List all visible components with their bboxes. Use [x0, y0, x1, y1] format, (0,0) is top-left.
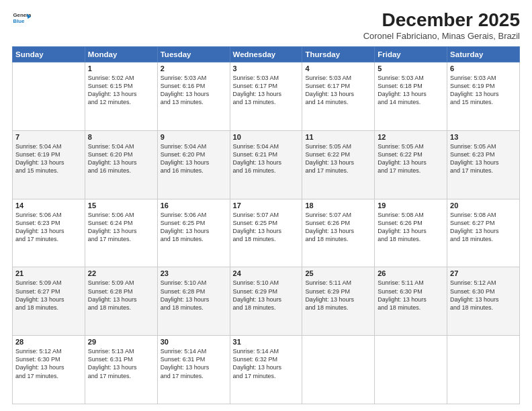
day-number: 13: [450, 133, 517, 141]
day-cell: 9Sunrise: 5:04 AM Sunset: 6:20 PM Daylig…: [157, 130, 230, 199]
day-cell: 29Sunrise: 5:13 AM Sunset: 6:31 PM Dayli…: [85, 336, 157, 404]
day-info: Sunrise: 5:07 AM Sunset: 6:25 PM Dayligh…: [233, 211, 300, 244]
day-cell: 14Sunrise: 5:06 AM Sunset: 6:23 PM Dayli…: [13, 199, 85, 267]
day-number: 19: [378, 201, 444, 210]
day-cell: 24Sunrise: 5:10 AM Sunset: 6:29 PM Dayli…: [230, 267, 302, 336]
day-info: Sunrise: 5:02 AM Sunset: 6:15 PM Dayligh…: [88, 74, 154, 107]
day-cell: 1Sunrise: 5:02 AM Sunset: 6:15 PM Daylig…: [85, 62, 157, 131]
day-info: Sunrise: 5:14 AM Sunset: 6:32 PM Dayligh…: [233, 347, 300, 380]
day-cell: 5Sunrise: 5:03 AM Sunset: 6:18 PM Daylig…: [375, 62, 447, 131]
header: General Blue December 2025 Coronel Fabri…: [12, 9, 520, 41]
day-cell: 10Sunrise: 5:04 AM Sunset: 6:21 PM Dayli…: [230, 130, 302, 199]
day-cell: 3Sunrise: 5:03 AM Sunset: 6:17 PM Daylig…: [230, 62, 302, 131]
day-info: Sunrise: 5:03 AM Sunset: 6:16 PM Dayligh…: [161, 74, 227, 107]
day-info: Sunrise: 5:13 AM Sunset: 6:31 PM Dayligh…: [88, 347, 154, 380]
day-number: 20: [450, 201, 517, 210]
day-info: Sunrise: 5:03 AM Sunset: 6:18 PM Dayligh…: [378, 74, 444, 107]
day-number: 26: [378, 269, 444, 277]
day-number: 14: [15, 201, 82, 210]
day-cell: 27Sunrise: 5:12 AM Sunset: 6:30 PM Dayli…: [447, 267, 520, 336]
day-cell: 6Sunrise: 5:03 AM Sunset: 6:19 PM Daylig…: [447, 62, 520, 131]
day-number: 25: [305, 269, 371, 277]
day-info: Sunrise: 5:05 AM Sunset: 6:23 PM Dayligh…: [450, 142, 517, 175]
day-number: 23: [161, 269, 227, 277]
month-title: December 2025: [363, 9, 520, 31]
day-info: Sunrise: 5:04 AM Sunset: 6:19 PM Dayligh…: [15, 142, 82, 175]
page: General Blue December 2025 Coronel Fabri…: [0, 0, 532, 411]
col-header-friday: Friday: [375, 47, 447, 62]
day-cell: 21Sunrise: 5:09 AM Sunset: 6:27 PM Dayli…: [13, 267, 85, 336]
day-number: 17: [233, 201, 300, 210]
day-info: Sunrise: 5:08 AM Sunset: 6:27 PM Dayligh…: [450, 211, 517, 244]
week-row-4: 21Sunrise: 5:09 AM Sunset: 6:27 PM Dayli…: [13, 267, 520, 336]
day-cell: [375, 336, 447, 404]
day-info: Sunrise: 5:08 AM Sunset: 6:26 PM Dayligh…: [378, 211, 444, 244]
week-row-5: 28Sunrise: 5:12 AM Sunset: 6:30 PM Dayli…: [13, 336, 520, 404]
col-header-monday: Monday: [85, 47, 157, 62]
day-number: 16: [161, 201, 227, 210]
day-number: 22: [88, 269, 154, 277]
week-row-3: 14Sunrise: 5:06 AM Sunset: 6:23 PM Dayli…: [13, 199, 520, 267]
day-cell: 25Sunrise: 5:11 AM Sunset: 6:29 PM Dayli…: [302, 267, 375, 336]
col-header-saturday: Saturday: [447, 47, 520, 62]
day-info: Sunrise: 5:04 AM Sunset: 6:20 PM Dayligh…: [88, 142, 154, 175]
title-block: December 2025 Coronel Fabriciano, Minas …: [363, 9, 520, 41]
day-info: Sunrise: 5:14 AM Sunset: 6:31 PM Dayligh…: [161, 347, 227, 380]
day-number: 9: [161, 133, 227, 141]
day-info: Sunrise: 5:11 AM Sunset: 6:29 PM Dayligh…: [305, 279, 371, 312]
day-info: Sunrise: 5:03 AM Sunset: 6:17 PM Dayligh…: [305, 74, 371, 107]
logo-icon: General Blue: [12, 9, 31, 28]
day-cell: [13, 62, 85, 131]
day-cell: [447, 336, 520, 404]
day-number: 28: [15, 338, 82, 346]
day-cell: 15Sunrise: 5:06 AM Sunset: 6:24 PM Dayli…: [85, 199, 157, 267]
day-number: 29: [88, 338, 154, 346]
day-cell: 26Sunrise: 5:11 AM Sunset: 6:30 PM Dayli…: [375, 267, 447, 336]
col-header-wednesday: Wednesday: [230, 47, 302, 62]
day-cell: 16Sunrise: 5:06 AM Sunset: 6:25 PM Dayli…: [157, 199, 230, 267]
day-number: 30: [161, 338, 227, 346]
day-info: Sunrise: 5:03 AM Sunset: 6:17 PM Dayligh…: [233, 74, 300, 107]
day-number: 2: [161, 64, 227, 73]
day-info: Sunrise: 5:04 AM Sunset: 6:21 PM Dayligh…: [233, 142, 300, 175]
day-number: 5: [378, 64, 444, 73]
day-cell: 12Sunrise: 5:05 AM Sunset: 6:22 PM Dayli…: [375, 130, 447, 199]
day-number: 8: [88, 133, 154, 141]
day-info: Sunrise: 5:10 AM Sunset: 6:28 PM Dayligh…: [161, 279, 227, 312]
svg-text:Blue: Blue: [13, 18, 26, 24]
day-number: 4: [305, 64, 371, 73]
day-number: 15: [88, 201, 154, 210]
day-info: Sunrise: 5:09 AM Sunset: 6:27 PM Dayligh…: [15, 279, 82, 312]
day-cell: 28Sunrise: 5:12 AM Sunset: 6:30 PM Dayli…: [13, 336, 85, 404]
day-info: Sunrise: 5:05 AM Sunset: 6:22 PM Dayligh…: [305, 142, 371, 175]
day-info: Sunrise: 5:04 AM Sunset: 6:20 PM Dayligh…: [161, 142, 227, 175]
day-number: 18: [305, 201, 371, 210]
day-cell: 19Sunrise: 5:08 AM Sunset: 6:26 PM Dayli…: [375, 199, 447, 267]
day-number: 27: [450, 269, 517, 277]
day-number: 31: [233, 338, 300, 346]
day-info: Sunrise: 5:09 AM Sunset: 6:28 PM Dayligh…: [88, 279, 154, 312]
col-header-tuesday: Tuesday: [157, 47, 230, 62]
day-number: 10: [233, 133, 300, 141]
day-info: Sunrise: 5:07 AM Sunset: 6:26 PM Dayligh…: [305, 211, 371, 244]
day-info: Sunrise: 5:06 AM Sunset: 6:23 PM Dayligh…: [15, 211, 82, 244]
day-cell: 8Sunrise: 5:04 AM Sunset: 6:20 PM Daylig…: [85, 130, 157, 199]
day-number: 21: [15, 269, 82, 277]
week-row-2: 7Sunrise: 5:04 AM Sunset: 6:19 PM Daylig…: [13, 130, 520, 199]
day-info: Sunrise: 5:10 AM Sunset: 6:29 PM Dayligh…: [233, 279, 300, 312]
day-info: Sunrise: 5:06 AM Sunset: 6:24 PM Dayligh…: [88, 211, 154, 244]
day-number: 24: [233, 269, 300, 277]
header-row: SundayMondayTuesdayWednesdayThursdayFrid…: [13, 47, 520, 62]
week-row-1: 1Sunrise: 5:02 AM Sunset: 6:15 PM Daylig…: [13, 62, 520, 131]
day-info: Sunrise: 5:06 AM Sunset: 6:25 PM Dayligh…: [161, 211, 227, 244]
day-info: Sunrise: 5:12 AM Sunset: 6:30 PM Dayligh…: [450, 279, 517, 312]
day-number: 3: [233, 64, 300, 73]
day-number: 7: [15, 133, 82, 141]
day-info: Sunrise: 5:03 AM Sunset: 6:19 PM Dayligh…: [450, 74, 517, 107]
day-cell: 4Sunrise: 5:03 AM Sunset: 6:17 PM Daylig…: [302, 62, 375, 131]
day-cell: 2Sunrise: 5:03 AM Sunset: 6:16 PM Daylig…: [157, 62, 230, 131]
day-cell: 22Sunrise: 5:09 AM Sunset: 6:28 PM Dayli…: [85, 267, 157, 336]
day-cell: 18Sunrise: 5:07 AM Sunset: 6:26 PM Dayli…: [302, 199, 375, 267]
day-cell: 31Sunrise: 5:14 AM Sunset: 6:32 PM Dayli…: [230, 336, 302, 404]
day-cell: 30Sunrise: 5:14 AM Sunset: 6:31 PM Dayli…: [157, 336, 230, 404]
